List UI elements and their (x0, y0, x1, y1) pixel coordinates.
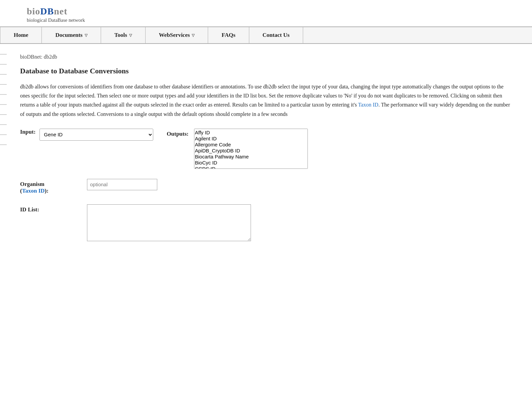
tools-arrow-icon: ▽ (129, 33, 132, 38)
sidebar-lines (0, 44, 13, 273)
nav-documents[interactable]: Documents ▽ (42, 27, 101, 43)
nav-webservices[interactable]: WebServices ▽ (146, 27, 208, 43)
sidebar-line (0, 64, 7, 65)
sidebar-line (0, 54, 7, 55)
organism-input[interactable] (87, 179, 157, 190)
nav-tools[interactable]: Tools ▽ (101, 27, 146, 43)
organism-taxon-link[interactable]: Taxon ID (22, 188, 45, 194)
input-outputs-row: Input: Gene ID Affy ID Agilent ID Allerg… (20, 129, 512, 169)
organism-label: Organism (Taxon ID): (20, 179, 87, 194)
id-list-label: ID List: (20, 204, 87, 213)
id-list-row: ID List: (20, 204, 512, 243)
id-list-control (87, 204, 512, 243)
organism-control (87, 179, 512, 190)
logo-title: bioDBnet (27, 6, 522, 17)
main-nav: Home Documents ▽ Tools ▽ WebServices ▽ F… (0, 26, 532, 44)
content-area: bioDBnet: db2db Database to Database Con… (13, 44, 532, 273)
sidebar-line (0, 104, 7, 105)
sidebar-line (0, 74, 7, 75)
outputs-label: Outputs: (167, 129, 188, 137)
sidebar-line (0, 144, 7, 145)
description-text: db2db allows for conversions of identifi… (20, 82, 512, 119)
nav-contact[interactable]: Contact Us (249, 27, 303, 43)
documents-arrow-icon: ▽ (85, 33, 87, 38)
logo-db: DB (40, 6, 54, 16)
input-select[interactable]: Gene ID Affy ID Agilent ID Allergome Cod… (39, 129, 153, 141)
id-list-textarea[interactable] (87, 204, 251, 241)
sidebar-line (0, 124, 7, 125)
logo-net: net (54, 6, 67, 16)
outputs-section: Outputs: Affy ID Agilent ID Allergome Co… (167, 129, 307, 169)
taxon-id-link[interactable]: Taxon ID (358, 102, 378, 108)
nav-faqs[interactable]: FAQs (208, 27, 249, 43)
sidebar-line (0, 94, 7, 95)
form-section: Input: Gene ID Affy ID Agilent ID Allerg… (20, 129, 512, 243)
output-listbox[interactable]: Affy ID Agilent ID Allergome Code ApiDB_… (194, 129, 308, 169)
sidebar-line (0, 114, 7, 115)
sidebar-line (0, 134, 7, 135)
nav-home[interactable]: Home (0, 27, 42, 43)
input-label: Input: (20, 129, 35, 135)
page-title: Database to Database Conversions (20, 67, 512, 75)
organism-row: Organism (Taxon ID): (20, 179, 512, 194)
logo-area: bioDBnet biological DataBase network (0, 0, 532, 26)
breadcrumb: bioDBnet: db2db (20, 54, 512, 60)
webservices-arrow-icon: ▽ (192, 33, 194, 38)
logo-bio: bio (27, 6, 40, 16)
sidebar-line (0, 84, 7, 85)
logo-subtitle: biological DataBase network (27, 17, 522, 23)
